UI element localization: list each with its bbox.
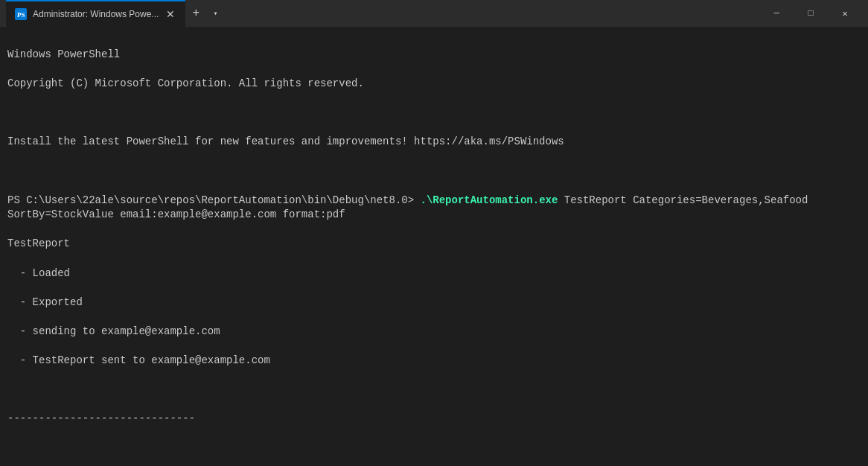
titlebar: PS Administrator: Windows Powe... ✕ + ▾ … xyxy=(0,0,868,27)
terminal-line: ------------------------------ xyxy=(7,412,861,427)
tab-label: Administrator: Windows Powe... xyxy=(33,9,159,19)
terminal-line: Windows PowerShell xyxy=(7,48,861,63)
terminal-output[interactable]: Windows PowerShell Copyright (C) Microso… xyxy=(0,27,868,466)
terminal-line: TestReport xyxy=(7,237,861,252)
terminal-prompt: PS C:\Users\22ale\source\repos\ReportAut… xyxy=(7,194,421,206)
terminal-line: - TestReport sent to example@example.com xyxy=(7,354,861,368)
tab-close-button[interactable]: ✕ xyxy=(165,8,176,20)
maximize-button[interactable]: □ xyxy=(794,0,828,27)
titlebar-left: PS Administrator: Windows Powe... ✕ + ▾ xyxy=(6,0,759,27)
svg-text:PS: PS xyxy=(17,11,25,19)
new-tab-button[interactable]: + xyxy=(185,3,206,24)
tab-dropdown-button[interactable]: ▾ xyxy=(206,4,224,22)
terminal-line: Install the latest PowerShell for new fe… xyxy=(7,135,861,150)
terminal-line: - Exported xyxy=(7,296,861,310)
terminal-line xyxy=(7,383,861,398)
terminal-line xyxy=(7,106,861,121)
window-controls: — □ ✕ xyxy=(759,0,862,27)
active-tab[interactable]: PS Administrator: Windows Powe... ✕ xyxy=(6,0,185,27)
terminal-line: Copyright (C) Microsoft Corporation. All… xyxy=(7,77,861,92)
terminal-line: - Loaded xyxy=(7,266,861,281)
terminal-command: .\ReportAutomation.exe xyxy=(421,194,558,206)
terminal-line xyxy=(7,441,861,456)
terminal-line: PS C:\Users\22ale\source\repos\ReportAut… xyxy=(7,194,861,223)
terminal-line: - sending to example@example.com xyxy=(7,325,861,339)
powershell-icon: PS xyxy=(15,8,27,20)
close-button[interactable]: ✕ xyxy=(828,0,862,27)
minimize-button[interactable]: — xyxy=(759,0,794,27)
terminal-line xyxy=(7,164,861,179)
